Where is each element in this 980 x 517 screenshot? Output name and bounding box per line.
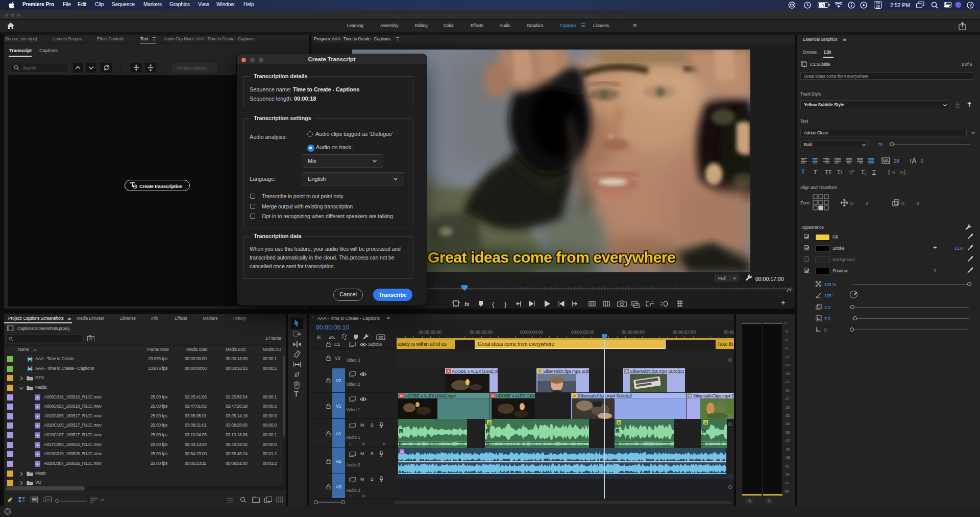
svg-text:29: 29 <box>876 5 880 8</box>
svg-text:A: A <box>488 420 491 425</box>
svg-text:A: A <box>618 420 621 425</box>
svg-text:CC: CC <box>378 336 383 339</box>
svg-text:fx: fx <box>464 301 470 307</box>
svg-text:VA: VA <box>883 158 889 163</box>
svg-text:0: 0 <box>921 158 924 164</box>
svg-text:{: { <box>492 300 495 308</box>
svg-text:M: M <box>400 450 404 454</box>
svg-text:28: 28 <box>894 158 899 164</box>
svg-text:A: A <box>704 420 707 425</box>
svg-text:}: } <box>504 300 507 308</box>
svg-text:Great ideas come from everywhe: Great ideas come from everywhere <box>428 249 675 266</box>
